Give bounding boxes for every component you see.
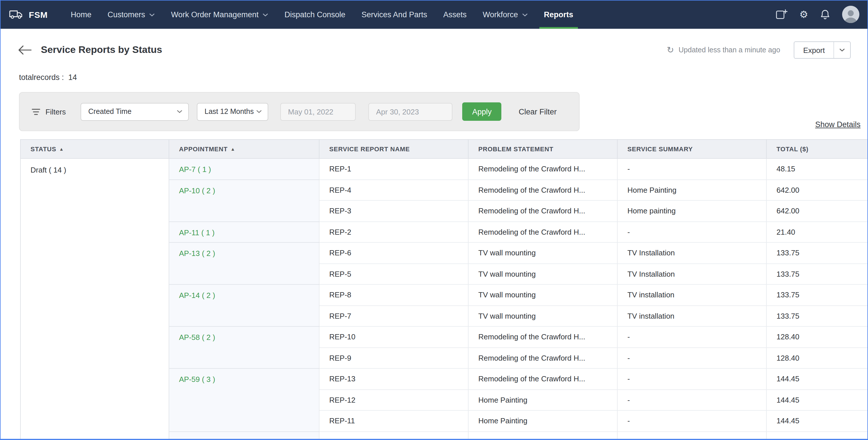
cell-service-summary: - bbox=[617, 222, 766, 242]
column-header-problem-statement[interactable]: PROBLEM STATEMENT bbox=[468, 139, 617, 159]
cell-problem-statement: Home Painting bbox=[468, 390, 617, 410]
nav-item-work-order-management[interactable]: Work Order Management bbox=[163, 0, 276, 29]
clear-filter-button[interactable]: Clear Filter bbox=[519, 107, 557, 116]
appointment-group-cell: AP-13 ( 2 ) bbox=[169, 242, 319, 284]
chevron-down-icon bbox=[149, 13, 155, 16]
column-header-label: SERVICE REPORT NAME bbox=[329, 145, 410, 153]
nav-item-assets[interactable]: Assets bbox=[435, 0, 474, 29]
sort-asc-icon: ▲ bbox=[230, 147, 236, 152]
nav-item-label: Services And Parts bbox=[362, 10, 427, 19]
nav-item-label: Home bbox=[71, 10, 92, 19]
cell-empty bbox=[319, 431, 468, 440]
cell-service-report-name: REP-4 bbox=[319, 179, 468, 200]
filter-bar: Filters Created Time Last 12 Months Appl… bbox=[19, 92, 580, 131]
appointment-link[interactable]: AP-7 ( 1 ) bbox=[179, 165, 211, 174]
chevron-down-icon bbox=[839, 48, 845, 52]
brand[interactable]: FSM bbox=[9, 9, 48, 20]
column-header-service-summary[interactable]: SERVICE SUMMARY bbox=[617, 139, 766, 159]
nav-right-icons: ⚙ bbox=[776, 6, 860, 23]
nav-item-reports[interactable]: Reports bbox=[536, 0, 581, 29]
apply-button[interactable]: Apply bbox=[463, 102, 502, 121]
nav-item-workforce[interactable]: Workforce bbox=[474, 0, 536, 29]
total-records-value: 14 bbox=[68, 73, 77, 82]
filters-toggle[interactable]: Filters bbox=[32, 107, 66, 116]
appointment-link[interactable]: AP-10 ( 2 ) bbox=[179, 186, 215, 195]
compose-note-icon[interactable] bbox=[776, 9, 787, 20]
cell-service-summary: TV Installation bbox=[617, 263, 766, 284]
column-header-status[interactable]: STATUS▲ bbox=[21, 139, 169, 159]
nav-item-services-and-parts[interactable]: Services And Parts bbox=[353, 0, 435, 29]
cell-service-report-name: REP-5 bbox=[319, 263, 468, 284]
nav-item-label: Dispatch Console bbox=[284, 10, 345, 19]
cell-service-report-name: REP-13 bbox=[319, 368, 468, 390]
cell-problem-statement: TV wall mounting bbox=[468, 242, 617, 263]
cell-service-summary: TV Installation bbox=[617, 242, 766, 263]
nav-item-dispatch-console[interactable]: Dispatch Console bbox=[276, 0, 353, 29]
cell-total: 128.40 bbox=[766, 327, 868, 347]
appointment-group-cell: AP-10 ( 2 ) bbox=[169, 179, 319, 222]
cell-empty bbox=[617, 431, 766, 440]
cell-problem-statement: Remodeling of the Crawford H... bbox=[468, 179, 617, 200]
filters-label: Filters bbox=[45, 107, 66, 116]
cell-problem-statement: Remodeling of the Crawford H... bbox=[468, 368, 617, 390]
back-arrow-icon[interactable] bbox=[19, 45, 32, 55]
chevron-down-icon bbox=[522, 13, 528, 16]
filter-field-select[interactable]: Created Time bbox=[81, 103, 189, 121]
date-to-input[interactable] bbox=[369, 103, 453, 121]
cell-problem-statement: TV wall mounting bbox=[468, 284, 617, 305]
report-table-container: STATUS▲APPOINTMENT▲SERVICE REPORT NAMEPR… bbox=[20, 139, 868, 440]
refresh-icon[interactable]: ↻ bbox=[667, 45, 674, 55]
page-header: Service Reports by Status ↻ Updated less… bbox=[0, 29, 868, 59]
appointment-link[interactable]: AP-59 ( 3 ) bbox=[179, 375, 215, 384]
cell-service-summary: - bbox=[617, 327, 766, 347]
table-row: Draft ( 14 )AP-7 ( 1 )REP-1Remodeling of… bbox=[21, 159, 868, 179]
appointment-group-cell: AP-14 ( 2 ) bbox=[169, 284, 319, 327]
cell-total: 642.00 bbox=[766, 179, 868, 200]
filter-range-select[interactable]: Last 12 Months bbox=[197, 103, 269, 121]
brand-name: FSM bbox=[29, 9, 48, 19]
date-from-input[interactable] bbox=[281, 103, 356, 121]
cell-service-report-name: REP-12 bbox=[319, 390, 468, 410]
nav-item-label: Reports bbox=[544, 10, 573, 19]
cell-service-summary: TV installation bbox=[617, 284, 766, 305]
cell-problem-statement: Remodeling of the Crawford H... bbox=[468, 347, 617, 368]
appointment-link[interactable]: AP-58 ( 2 ) bbox=[179, 333, 215, 342]
export-button[interactable]: Export bbox=[794, 41, 851, 59]
cell-service-report-name: REP-11 bbox=[319, 410, 468, 431]
column-header-total[interactable]: TOTAL ($) bbox=[766, 139, 868, 159]
cell-problem-statement: TV wall mounting bbox=[468, 263, 617, 284]
nav-item-label: Workforce bbox=[483, 10, 518, 19]
cell-total: 642.00 bbox=[766, 200, 868, 222]
app-window: FSM HomeCustomersWork Order ManagementDi… bbox=[0, 0, 868, 440]
last-updated-text: Updated less than a minute ago bbox=[679, 46, 780, 54]
nav-item-customers[interactable]: Customers bbox=[100, 0, 163, 29]
cell-empty bbox=[468, 431, 617, 440]
nav-item-home[interactable]: Home bbox=[63, 0, 100, 29]
column-header-service-report-name[interactable]: SERVICE REPORT NAME bbox=[319, 139, 468, 159]
nav-item-label: Work Order Management bbox=[171, 10, 258, 19]
cell-service-summary: - bbox=[617, 347, 766, 368]
table-header-row: STATUS▲APPOINTMENT▲SERVICE REPORT NAMEPR… bbox=[21, 139, 868, 159]
cell-service-report-name: REP-10 bbox=[319, 327, 468, 347]
cell-problem-statement: Remodeling of the Crawford H... bbox=[468, 159, 617, 179]
cell-total: 133.75 bbox=[766, 263, 868, 284]
gear-icon[interactable]: ⚙ bbox=[800, 9, 808, 19]
export-dropdown-button[interactable] bbox=[834, 42, 850, 58]
show-details-link[interactable]: Show Details bbox=[815, 120, 861, 131]
filter-field-value: Created Time bbox=[88, 107, 131, 115]
appointment-link[interactable]: AP-14 ( 2 ) bbox=[179, 291, 215, 300]
appointment-link[interactable]: AP-13 ( 2 ) bbox=[179, 249, 215, 258]
user-avatar[interactable] bbox=[842, 6, 859, 23]
report-page: Service Reports by Status ↻ Updated less… bbox=[0, 29, 868, 440]
sort-asc-icon: ▲ bbox=[59, 147, 64, 152]
filter-lines-icon bbox=[32, 108, 40, 115]
cell-total: 133.75 bbox=[766, 284, 868, 305]
appointment-link[interactable]: AP-11 ( 1 ) bbox=[179, 228, 215, 237]
appointment-group-cell: AP-11 ( 1 ) bbox=[169, 222, 319, 242]
cell-service-summary: - bbox=[617, 159, 766, 179]
cell-service-report-name: REP-7 bbox=[319, 305, 468, 327]
report-table: STATUS▲APPOINTMENT▲SERVICE REPORT NAMEPR… bbox=[20, 139, 868, 440]
bell-icon[interactable] bbox=[820, 9, 830, 20]
cell-problem-statement: Remodeling of the Crawford H... bbox=[468, 222, 617, 242]
column-header-appointment[interactable]: APPOINTMENT▲ bbox=[169, 139, 319, 159]
